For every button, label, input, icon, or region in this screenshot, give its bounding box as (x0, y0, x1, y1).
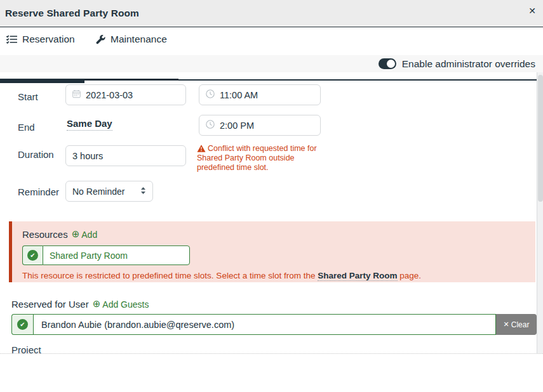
add-guests-label: Add Guests (102, 299, 149, 310)
reminder-select[interactable]: No Reminder (65, 181, 153, 202)
warning-triangle-icon (197, 145, 206, 152)
reserve-modal: Reserve Shared Party Room ✕ Reservation (0, 0, 543, 392)
toggle-knob (387, 60, 395, 68)
clear-user-button[interactable]: ✕ Clear (496, 314, 537, 335)
resources-header: Resources ⊕ Add (22, 229, 97, 240)
tab-maintenance[interactable]: Maintenance (96, 34, 167, 45)
start-time-input[interactable]: 11:00 AM (199, 84, 321, 105)
duration-input[interactable]: 3 hours (65, 145, 186, 166)
reserved-user-field[interactable]: Brandon Aubie (brandon.aubie@qreserve.co… (33, 314, 496, 335)
modal-title: Reserve Shared Party Room (5, 8, 139, 19)
restriction-text-before: This resource is restricted to predefine… (22, 271, 315, 280)
circle-plus-icon: ⊕ (72, 230, 80, 239)
tab-bar: Reservation Maintenance (0, 28, 543, 55)
resource-name-field[interactable]: Shared Party Room (43, 245, 190, 265)
clock-icon (206, 89, 215, 100)
reserved-user-value: Brandon Aubie (brandon.aubie@qreserve.co… (41, 320, 234, 330)
circle-plus-icon: ⊕ (93, 299, 101, 309)
scrollbar-track[interactable] (537, 72, 543, 353)
admin-overrides-row: Enable administrator overrides (0, 55, 543, 72)
add-resource-button[interactable]: ⊕ Add (72, 230, 98, 240)
tab-maintenance-label: Maintenance (111, 34, 167, 45)
resource-restriction-message: This resource is restricted to predefine… (22, 271, 421, 280)
add-resource-label: Add (81, 230, 97, 240)
duration-value: 3 hours (72, 151, 103, 161)
wrench-icon (96, 35, 105, 44)
clock-icon (206, 120, 215, 131)
check-circle-icon: ✔ (27, 250, 38, 261)
modal-header: Reserve Shared Party Room ✕ (0, 0, 543, 27)
reminder-label: Reminder (18, 186, 59, 197)
add-guests-button[interactable]: ⊕ Add Guests (93, 299, 149, 310)
duration-label: Duration (18, 149, 54, 160)
start-time-value: 11:00 AM (220, 90, 258, 100)
clear-label: Clear (511, 320, 530, 329)
end-time-input[interactable]: 2:00 PM (199, 115, 321, 136)
resource-name: Shared Party Room (50, 251, 128, 261)
clear-x-icon: ✕ (504, 320, 509, 329)
list-check-icon (6, 35, 17, 44)
shared-party-room-link[interactable]: Shared Party Room (318, 271, 397, 281)
reserved-for-user-label: Reserved for User (11, 299, 89, 310)
resource-item: ✔ Shared Party Room (22, 245, 190, 265)
restriction-text-after: page. (399, 271, 421, 280)
conflict-warning: Conflict with requested time for Shared … (197, 144, 328, 173)
resource-status-addon: ✔ (22, 245, 43, 265)
active-tab-indicator (0, 79, 84, 83)
user-status-addon: ✔ (11, 314, 33, 335)
tab-reservation[interactable]: Reservation (6, 34, 75, 45)
admin-overrides-toggle[interactable] (379, 58, 396, 69)
same-day-link[interactable]: Same Day (67, 118, 112, 131)
start-date-input[interactable]: 2021-03-03 (65, 84, 186, 105)
check-circle-icon: ✔ (17, 319, 28, 330)
admin-overrides-label: Enable administrator overrides (402, 58, 535, 70)
resources-panel: Resources ⊕ Add ✔ Shared Party Room This… (9, 221, 535, 282)
reminder-value: No Reminder (72, 186, 124, 197)
conflict-warning-text: Conflict with requested time for Shared … (197, 144, 317, 172)
resources-label: Resources (22, 229, 68, 240)
start-date-value: 2021-03-03 (86, 90, 133, 100)
end-time-value: 2:00 PM (220, 121, 254, 131)
tab-reservation-label: Reservation (22, 34, 75, 45)
close-icon[interactable]: ✕ (528, 6, 536, 15)
select-arrows-icon (140, 186, 146, 197)
end-label: End (18, 122, 35, 133)
reserved-for-user-header: Reserved for User ⊕ Add Guests (11, 299, 149, 310)
reserved-user-row: ✔ Brandon Aubie (brandon.aubie@qreserve.… (11, 314, 537, 335)
modal-footer: Notify user Force Force Reserve (0, 353, 543, 392)
scrollbar-thumb[interactable] (538, 75, 543, 202)
calendar-icon (72, 89, 81, 100)
start-label: Start (18, 91, 38, 102)
